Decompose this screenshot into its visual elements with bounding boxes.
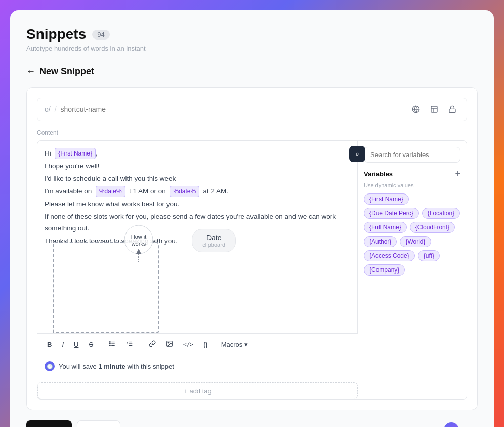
time-save-value: 1 minute [98, 363, 125, 370]
back-nav[interactable]: ← New Snippet [26, 66, 478, 77]
link-button[interactable] [146, 339, 158, 351]
shortcut-input[interactable] [61, 105, 405, 113]
add-tag-row[interactable]: + add tag [37, 382, 358, 399]
svg-point-14 [110, 342, 111, 343]
date-tag-2[interactable]: %date% [170, 186, 199, 197]
main-card: o/ / Content [26, 87, 478, 410]
footer-row: Create Cancel Y Yash [26, 420, 478, 427]
bullet-list-button[interactable] [106, 339, 118, 351]
date-tag-1[interactable]: %date% [96, 186, 125, 197]
svg-rect-5 [449, 109, 455, 112]
var-chip[interactable]: {Full Name} [364, 222, 407, 233]
editor-area[interactable]: Hi {First Name}, I hope you're well! I'd… [37, 141, 358, 333]
toolbar-separator-1 [101, 341, 101, 349]
editor-line-4: I'm available on %date% t 1 AM or on %da… [45, 186, 350, 198]
collapse-variables-button[interactable]: » [349, 146, 365, 162]
editor-content: Hi {First Name}, I hope you're well! I'd… [45, 148, 350, 247]
svg-point-15 [110, 343, 111, 344]
svg-point-21 [168, 342, 169, 343]
back-arrow-icon: ← [26, 66, 35, 77]
page-subtitle: Autotype hundreds of words in an instant [26, 45, 478, 52]
var-chip[interactable]: {Location} [422, 208, 460, 219]
toolbar-separator-3 [216, 341, 216, 349]
clock-icon: 🕐 [45, 361, 55, 371]
drag-overlay [53, 242, 159, 333]
variables-search-input[interactable] [364, 147, 460, 163]
editor-line-3: I'd like to schedule a call with you thi… [45, 173, 350, 185]
italic-button[interactable]: I [59, 339, 66, 350]
app-window: Snippets 94 Autotype hundreds of words i… [10, 10, 494, 427]
var-chip[interactable]: {World} [400, 236, 431, 247]
editor-line-2: I hope you're well! [45, 161, 350, 172]
avatar-icon: Y [444, 422, 459, 427]
editor-line-6: If none of these slots work for you, ple… [45, 211, 350, 235]
user-avatar[interactable]: Y Yash [444, 422, 478, 427]
var-chip[interactable]: {First Name} [364, 193, 409, 205]
add-variable-button[interactable]: + [455, 169, 460, 179]
content-wrapper: Hi {First Name}, I hope you're well! I'd… [37, 140, 467, 400]
shortcut-row: o/ / [37, 98, 467, 121]
variables-title: Variables [364, 170, 393, 178]
macros-chevron-icon: ▾ [244, 341, 248, 348]
toolbar-separator-2 [141, 341, 141, 349]
var-chip[interactable]: {CloudFront} [410, 222, 455, 233]
var-chip[interactable]: {uft} [418, 250, 440, 261]
bold-button[interactable]: B [45, 339, 54, 350]
variables-panel: Variables + Use dynamic values {First Na… [358, 141, 467, 399]
editor-toolbar: B I U S [37, 333, 358, 356]
macros-button[interactable]: Macros ▾ [221, 341, 248, 348]
var-chip[interactable]: {Company} [364, 264, 405, 276]
code-button[interactable]: </> [181, 340, 196, 350]
svg-marker-10 [136, 249, 141, 254]
footer-buttons: Create Cancel [26, 420, 120, 427]
svg-point-16 [110, 345, 111, 346]
var-chips-container: {First Name} {Due Date Perc} {Location} … [364, 193, 460, 276]
variable-button[interactable]: {} [201, 339, 211, 350]
variables-header: Variables + [364, 169, 460, 179]
page-header: Snippets 94 [26, 26, 478, 43]
content-label: Content [37, 129, 467, 136]
var-chip[interactable]: {Due Date Perc} [364, 208, 419, 219]
cancel-button[interactable]: Cancel [77, 420, 120, 427]
shortcut-prefix: o/ [45, 105, 51, 113]
create-button[interactable]: Create [26, 420, 72, 427]
var-chip[interactable]: {Author} [364, 236, 397, 247]
layout-icon[interactable] [427, 102, 441, 117]
first-name-var-tag[interactable]: {First Name} [55, 148, 96, 159]
new-snippet-label: New Snippet [39, 66, 94, 77]
time-save-banner: 🕐 You will save 1 minute with this snipp… [37, 356, 358, 376]
strikethrough-button[interactable]: S [86, 339, 96, 350]
globe-icon[interactable] [409, 102, 423, 117]
underline-button[interactable]: U [71, 339, 81, 350]
image-button[interactable] [163, 339, 176, 351]
svg-rect-2 [431, 106, 437, 112]
collapse-icon: » [356, 150, 359, 158]
variables-subtitle: Use dynamic values [364, 182, 460, 188]
lock-icon[interactable] [445, 102, 459, 117]
ordered-list-button[interactable] [123, 339, 136, 351]
page-title: Snippets [26, 26, 86, 43]
editor-line-7: Thanks! I look forward to speaking with … [45, 236, 350, 247]
time-save-text: You will save 1 minute with this snippet [59, 363, 174, 370]
snippet-count-badge: 94 [92, 30, 109, 40]
editor-line-5: Please let me know what works best for y… [45, 199, 350, 210]
shortcut-icons [409, 102, 459, 117]
var-chip[interactable]: {Access Code} [364, 250, 415, 261]
